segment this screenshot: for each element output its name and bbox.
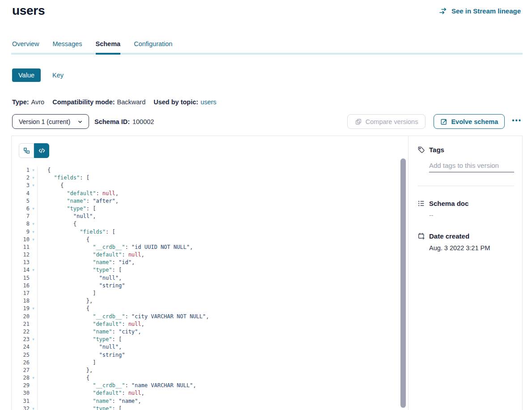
stream-lineage-icon xyxy=(439,8,448,14)
code-view-button[interactable] xyxy=(34,143,49,158)
line-number: 10 xyxy=(12,236,30,243)
code-text: "name": "city", xyxy=(37,328,397,336)
code-text: "__crdb__": "city VARCHAR NOT NULL", xyxy=(37,313,397,320)
code-text: "type": [ xyxy=(37,266,397,274)
code-line: 2▾ "fields": [ xyxy=(12,174,397,182)
schema-panel: 1▾{2▾ "fields": [3▾ {4 "default": null,5… xyxy=(11,136,523,410)
fold-toggle-icon[interactable]: ▾ xyxy=(30,167,37,174)
code-text: "name": "id", xyxy=(37,259,397,266)
code-line: 6▾ "type": [ xyxy=(12,205,397,213)
code-lines[interactable]: 1▾{2▾ "fields": [3▾ {4 "default": null,5… xyxy=(12,167,397,410)
editor-view-toggle xyxy=(19,143,49,158)
code-text: { xyxy=(37,374,397,382)
code-line: 23▾ "type": [ xyxy=(12,336,397,343)
version-select[interactable]: Version 1 (current) xyxy=(12,114,89,129)
schema-id: Schema ID: 100002 xyxy=(94,118,154,125)
fold-toggle-icon xyxy=(30,320,37,328)
fold-toggle-icon[interactable]: ▾ xyxy=(30,228,37,236)
fold-toggle-icon[interactable]: ▾ xyxy=(30,205,37,213)
key-toggle-button[interactable]: Key xyxy=(52,72,64,79)
code-line: 3▾ { xyxy=(12,182,397,189)
code-line: 14▾ "type": [ xyxy=(12,266,397,274)
date-created-heading: Date created xyxy=(417,232,514,240)
line-number: 4 xyxy=(12,190,30,197)
tree-view-button[interactable] xyxy=(19,143,34,158)
line-number: 2 xyxy=(12,174,30,182)
value-toggle-button[interactable]: Value xyxy=(12,68,41,82)
code-text: "type": [ xyxy=(37,405,397,410)
code-text: { xyxy=(37,167,397,174)
fold-toggle-icon xyxy=(30,197,37,205)
calendar-plus-icon xyxy=(417,232,425,240)
code-line: 1▾{ xyxy=(12,167,397,174)
code-line: 11 "__crdb__": "id UUID NOT NULL", xyxy=(12,243,397,251)
line-number: 9 xyxy=(12,228,30,236)
code-line: 10▾ { xyxy=(12,236,397,243)
compare-versions-button[interactable]: Compare versions xyxy=(347,114,426,129)
fold-toggle-icon[interactable]: ▾ xyxy=(30,305,37,312)
page-header: users See in Stream lineage xyxy=(12,4,521,18)
used-by-topic-pair: Used by topic: users xyxy=(153,98,216,106)
fold-toggle-icon xyxy=(30,251,37,259)
code-line: 26 ] xyxy=(12,359,397,367)
code-text: "null", xyxy=(37,274,397,282)
compatibility-pair: Compatibility mode: Backward xyxy=(52,98,145,106)
tab-schema[interactable]: Schema xyxy=(96,40,121,56)
fold-toggle-icon[interactable]: ▾ xyxy=(30,374,37,382)
line-number: 11 xyxy=(12,243,30,251)
code-line: 24 "null", xyxy=(12,343,397,351)
code-line: 15 "null", xyxy=(12,274,397,282)
line-number: 19 xyxy=(12,305,30,312)
line-number: 23 xyxy=(12,336,30,343)
fold-toggle-icon xyxy=(30,190,37,197)
line-number: 28 xyxy=(12,374,30,382)
topic-link[interactable]: users xyxy=(200,98,216,106)
line-number: 1 xyxy=(12,167,30,174)
fold-toggle-icon xyxy=(30,313,37,320)
fold-toggle-icon xyxy=(30,297,37,305)
page-title: users xyxy=(12,4,45,18)
tags-title: Tags xyxy=(429,146,444,154)
code-text: "null", xyxy=(37,213,397,220)
fold-toggle-icon xyxy=(30,290,37,297)
code-text: "__crdb__": "id UUID NOT NULL", xyxy=(37,243,397,251)
more-actions-button[interactable]: ••• xyxy=(511,117,523,126)
see-in-stream-lineage-link[interactable]: See in Stream lineage xyxy=(439,7,521,15)
fold-toggle-icon[interactable]: ▾ xyxy=(30,405,37,410)
fold-toggle-icon[interactable]: ▾ xyxy=(30,174,37,182)
code-line: 32▾ "type": [ xyxy=(12,405,397,410)
version-select-value: Version 1 (current) xyxy=(19,118,70,125)
line-number: 32 xyxy=(12,405,30,410)
used-by-topic-label: Used by topic: xyxy=(153,98,198,106)
fold-toggle-icon[interactable]: ▾ xyxy=(30,220,37,228)
code-text: "string" xyxy=(37,351,397,359)
fold-toggle-icon[interactable]: ▾ xyxy=(30,266,37,274)
line-number: 8 xyxy=(12,220,30,228)
vertical-scrollbar[interactable] xyxy=(400,158,406,408)
code-line: 21 "default": null, xyxy=(12,320,397,328)
code-line: 16 "string" xyxy=(12,282,397,290)
lineage-link-label: See in Stream lineage xyxy=(451,7,521,15)
code-text: ] xyxy=(37,290,397,297)
code-text: { xyxy=(37,182,397,189)
code-line: 18 }, xyxy=(12,297,397,305)
code-line: 5 "name": "after", xyxy=(12,197,397,205)
type-pair: Type: Avro xyxy=(12,98,44,106)
compare-versions-label: Compare versions xyxy=(366,118,418,125)
list-icon xyxy=(417,200,425,207)
fold-toggle-icon[interactable]: ▾ xyxy=(30,336,37,343)
evolve-schema-button[interactable]: Evolve schema xyxy=(434,114,505,129)
fold-toggle-icon[interactable]: ▾ xyxy=(30,236,37,243)
code-text: "default": null, xyxy=(37,190,397,197)
line-number: 7 xyxy=(12,213,30,220)
code-text: { xyxy=(37,236,397,243)
fold-toggle-icon[interactable]: ▾ xyxy=(30,182,37,189)
line-number: 21 xyxy=(12,320,30,328)
fold-toggle-icon xyxy=(30,389,37,397)
code-text: "null", xyxy=(37,343,397,351)
line-number: 16 xyxy=(12,282,30,290)
schema-page: users See in Stream lineage Overview Mes… xyxy=(0,0,532,410)
line-number: 14 xyxy=(12,266,30,274)
add-tags-input[interactable] xyxy=(429,161,514,172)
fold-toggle-icon xyxy=(30,213,37,220)
